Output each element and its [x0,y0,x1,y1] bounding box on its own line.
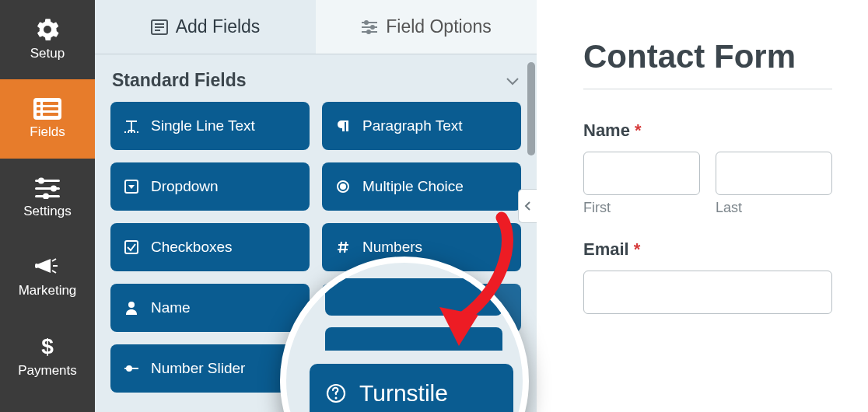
svg-rect-2 [43,102,58,105]
sidebar-item-label: Setup [30,46,65,61]
field-label: Number Slider [151,360,245,377]
svg-rect-32 [125,241,138,253]
field-label: Dropdown [151,178,219,195]
section-title: Standard Fields [112,70,247,91]
paragraph-icon [334,117,352,134]
last-sublabel: Last [716,200,832,216]
sidebar-item-label: Fields [30,124,65,140]
svg-rect-5 [37,113,40,116]
required-marker: * [635,120,642,140]
email-input[interactable] [583,271,832,314]
field-paragraph-text[interactable]: Paragraph Text [322,102,521,150]
tab-add-fields[interactable]: Add Fields [95,0,316,54]
collapse-panel-button[interactable] [518,189,537,223]
field-numbers[interactable]: Numbers [322,223,521,271]
svg-line-35 [340,242,341,253]
svg-rect-1 [37,102,40,105]
radio-icon [334,178,352,195]
dropdown-icon [123,178,140,195]
field-name[interactable]: Name [110,284,310,332]
field-label: Numbers [362,239,422,256]
field-multiple-choice[interactable]: Multiple Choice [322,162,521,211]
page-title: Contact Form [583,39,832,89]
field-single-line-text[interactable]: Single Line Text [110,102,310,150]
svg-point-10 [51,186,57,192]
svg-rect-6 [43,113,58,116]
first-sublabel: First [583,200,700,216]
svg-point-22 [371,26,374,29]
required-marker: * [634,239,641,259]
slider-icon [123,360,140,377]
svg-point-8 [38,178,44,184]
sidebar-item-label: Payments [18,363,77,379]
last-name-input[interactable] [716,152,832,195]
sidebar-item-payments[interactable]: $ Payments [0,317,95,396]
list-icon [33,98,61,120]
field-label: Paragraph Text [362,117,463,134]
gear-icon [36,18,59,41]
field-preview-email: Email * [583,239,832,314]
checkbox-icon [123,239,140,256]
field-label: Multiple Choice [362,178,464,195]
dollar-icon: $ [39,335,56,358]
svg-point-20 [365,21,368,24]
sidebar-item-settings[interactable]: Settings [0,159,95,238]
sliders-h-icon [361,20,378,34]
sidebar-item-label: Marketing [19,283,77,299]
tab-label: Field Options [386,16,492,37]
field-hidden-under-magnifier[interactable] [322,284,521,332]
tab-field-options[interactable]: Field Options [316,0,537,54]
svg-line-36 [345,242,346,253]
field-label: Single Line Text [151,117,255,134]
email-label: Email * [583,239,832,260]
placeholder-icon [334,299,352,316]
svg-rect-3 [37,107,40,110]
field-label: Checkboxes [151,239,233,256]
fields-grid: Single Line Text Paragraph Text Dropdown… [109,102,523,408]
svg-point-31 [341,184,345,189]
megaphone-icon [35,257,60,278]
sidebar-item-label: Settings [23,204,71,219]
sidebar-item-marketing[interactable]: Marketing [0,238,95,317]
svg-point-39 [127,366,131,371]
svg-rect-4 [43,107,58,110]
svg-point-37 [128,302,135,308]
form-icon [151,19,168,35]
section-header[interactable]: Standard Fields [109,64,523,102]
person-icon [123,299,140,316]
field-preview-name: Name * First Last [583,120,832,216]
field-dropdown[interactable]: Dropdown [110,162,310,211]
form-preview: Contact Form Name * First Last Email * [537,0,868,412]
svg-point-12 [43,194,49,200]
scrollbar[interactable] [527,62,535,155]
panel-tabs: Add Fields Field Options [95,0,537,54]
svg-text:$: $ [41,335,54,358]
first-name-input[interactable] [583,152,700,195]
sliders-icon [35,177,60,199]
text-icon [123,117,140,134]
svg-point-24 [367,30,370,33]
section-standard-fields: Standard Fields Single Line Text Paragra… [95,54,537,408]
name-label: Name * [583,120,832,141]
hash-icon [334,239,352,256]
sidebar-item-fields[interactable]: Fields [0,79,95,159]
field-label: Name [151,299,191,316]
fields-panel: Add Fields Field Options Standard Fields… [95,0,537,412]
field-checkboxes[interactable]: Checkboxes [110,223,310,271]
sidebar: Setup Fields Settings Marketing $ Paymen… [0,0,95,412]
chevron-down-icon [506,76,520,86]
field-number-slider[interactable]: Number Slider [110,344,310,393]
sidebar-item-setup[interactable]: Setup [0,0,95,79]
svg-rect-13 [35,264,38,268]
tab-label: Add Fields [176,16,261,37]
